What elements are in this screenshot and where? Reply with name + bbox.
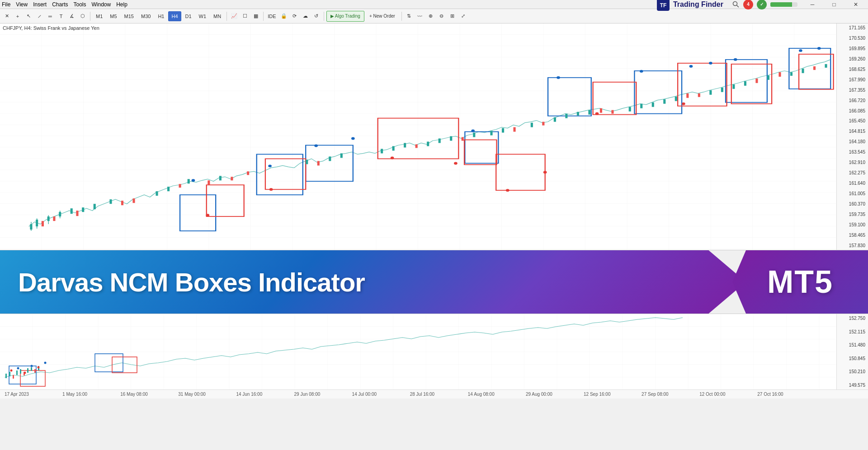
- bottom-chart: 152.750 152.115 151.480 150.845 150.210 …: [0, 314, 868, 389]
- chart-type-btn[interactable]: 📈: [229, 11, 239, 22]
- svg-rect-106: [825, 64, 827, 68]
- price-label-6: 167.355: [837, 88, 868, 93]
- crosshair-tool[interactable]: ✕: [2, 11, 12, 22]
- svg-rect-94: [686, 94, 689, 98]
- bottom-price-1: 152.115: [837, 329, 868, 334]
- vline-tool[interactable]: T: [56, 11, 66, 22]
- price-label-11: 164.180: [837, 139, 868, 144]
- candle-btn[interactable]: ☐: [240, 11, 250, 22]
- menu-tools[interactable]: Tools: [74, 1, 86, 8]
- time-5: 29 Jun 08:00: [294, 392, 321, 397]
- tf-mn[interactable]: MN: [210, 11, 224, 21]
- cloud-btn[interactable]: ☁: [301, 11, 311, 22]
- menu-view[interactable]: View: [16, 1, 28, 8]
- tf-h1[interactable]: H1: [155, 11, 167, 21]
- svg-rect-120: [5, 374, 7, 378]
- channel-tool[interactable]: ∡: [67, 11, 77, 22]
- menu-charts[interactable]: Charts: [52, 1, 68, 8]
- svg-rect-49: [82, 207, 84, 212]
- svg-rect-55: [219, 176, 222, 180]
- svg-rect-56: [42, 221, 44, 226]
- svg-rect-127: [31, 367, 32, 371]
- svg-rect-100: [755, 79, 758, 83]
- lock-btn[interactable]: 🔒: [279, 11, 289, 22]
- menu-window[interactable]: Window: [92, 1, 111, 8]
- menu-insert[interactable]: Insert: [33, 1, 47, 8]
- svg-point-27: [351, 137, 355, 140]
- svg-point-26: [314, 144, 318, 147]
- new-order-btn[interactable]: + New Order: [365, 11, 399, 22]
- arrows-btn[interactable]: ⇅: [404, 11, 414, 22]
- progress-bar: [770, 2, 797, 7]
- time-11: 27 Sep 08:00: [642, 392, 669, 397]
- hline-tool[interactable]: ═: [45, 11, 55, 22]
- tf-m15[interactable]: M15: [121, 11, 137, 21]
- svg-rect-68: [340, 153, 343, 158]
- price-label-1: 170.530: [837, 36, 868, 41]
- svg-rect-81: [531, 123, 533, 127]
- bar-btn[interactable]: ▦: [251, 11, 261, 22]
- grid-btn[interactable]: ⊞: [448, 11, 458, 22]
- svg-rect-59: [121, 201, 123, 205]
- price-axis: 171.165 170.530 169.895 169.260 168.625 …: [836, 23, 868, 250]
- scroll-btn[interactable]: ⤢: [458, 11, 468, 22]
- tf-m30[interactable]: M30: [138, 11, 154, 21]
- svg-point-39: [454, 162, 458, 164]
- logo-icon: TF: [657, 0, 670, 11]
- banner-title: Darvas NCM Boxes Indicator: [18, 267, 365, 297]
- refresh-btn[interactable]: ↺: [311, 11, 321, 22]
- search-icon[interactable]: [732, 1, 740, 8]
- svg-rect-128: [34, 369, 36, 373]
- svg-rect-90: [640, 104, 642, 108]
- wave-btn[interactable]: 〰: [415, 11, 425, 22]
- chart-svg[interactable]: [0, 23, 836, 250]
- zoom-in-btn[interactable]: ⊕: [426, 11, 436, 22]
- tf-h4[interactable]: H4: [168, 11, 181, 21]
- svg-rect-66: [317, 161, 320, 165]
- svg-rect-92: [663, 99, 665, 104]
- ide-btn[interactable]: IDE: [266, 11, 278, 22]
- algo-trading-btn[interactable]: ▶ Algo Trading: [326, 11, 364, 22]
- svg-rect-6: [0, 23, 836, 250]
- svg-point-33: [734, 58, 737, 61]
- svg-rect-124: [20, 369, 21, 374]
- status-icon[interactable]: ✓: [757, 0, 767, 9]
- svg-rect-96: [709, 90, 712, 95]
- tf-w1[interactable]: W1: [196, 11, 210, 21]
- maximize-button[interactable]: □: [824, 0, 844, 9]
- svg-rect-53: [167, 187, 170, 191]
- tf-d1[interactable]: D1: [182, 11, 195, 21]
- price-label-19: 159.100: [837, 222, 868, 227]
- tf-m1[interactable]: M1: [93, 11, 106, 21]
- time-labels: 17 Apr 2023 1 May 16:00 16 May 08:00 31 …: [5, 390, 832, 398]
- price-label-21: 157.830: [837, 243, 868, 248]
- tf-m5[interactable]: M5: [107, 11, 120, 21]
- line-tool[interactable]: ─: [32, 9, 47, 23]
- sync-btn[interactable]: ⟳: [290, 11, 300, 22]
- zoom-out-btn[interactable]: ⊖: [437, 11, 447, 22]
- menu-help[interactable]: Help: [116, 1, 127, 8]
- svg-rect-61: [179, 184, 181, 188]
- svg-point-43: [682, 103, 685, 105]
- minimize-button[interactable]: ─: [802, 0, 823, 9]
- bottom-price-5: 149.575: [837, 383, 868, 388]
- notification-icon[interactable]: 4: [743, 0, 753, 9]
- bottom-price-axis: 152.750 152.115 151.480 150.845 150.210 …: [836, 314, 868, 389]
- add-tool[interactable]: +: [13, 11, 23, 22]
- time-6: 14 Jul 00:00: [352, 392, 377, 397]
- shapes-tool[interactable]: ⬡: [78, 11, 88, 22]
- logo-area: TF Trading Finder 4 ✓: [657, 0, 802, 11]
- svg-rect-91: [652, 103, 654, 107]
- svg-rect-82: [542, 122, 544, 126]
- svg-rect-48: [71, 208, 73, 214]
- chart-container: CHFJPY, H4: Swiss Frank vs Japanese Yen: [0, 23, 868, 250]
- svg-rect-65: [306, 159, 308, 164]
- svg-rect-51: [109, 199, 112, 204]
- svg-point-134: [31, 365, 33, 367]
- close-button[interactable]: ✕: [845, 0, 866, 9]
- menu-file[interactable]: File: [2, 1, 10, 8]
- price-label-18: 159.735: [837, 212, 868, 217]
- svg-rect-60: [132, 198, 135, 203]
- svg-rect-72: [415, 144, 418, 148]
- bottom-chart-svg[interactable]: [0, 314, 836, 389]
